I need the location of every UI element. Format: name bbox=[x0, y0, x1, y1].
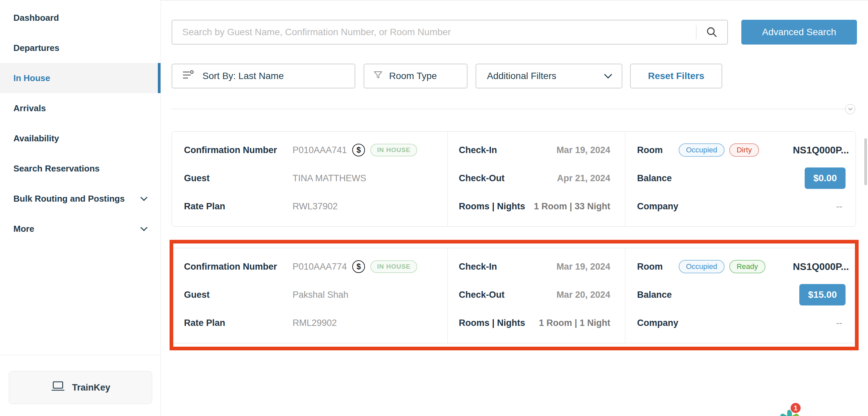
company-value: -- bbox=[836, 314, 842, 332]
reset-filters-label: Reset Filters bbox=[648, 71, 704, 82]
sidebar-item-label: Bulk Routing and Postings bbox=[13, 194, 125, 204]
trainkey-label: TrainKey bbox=[72, 383, 110, 393]
housekeeping-badge: Ready bbox=[729, 260, 766, 273]
balance-button[interactable]: $15.00 bbox=[799, 284, 845, 306]
company-value: -- bbox=[836, 197, 842, 215]
confirmation-number-label: Confirmation Number bbox=[184, 141, 277, 159]
room-badges: Occupied Ready bbox=[679, 258, 766, 276]
sort-by-button[interactable]: Sort By: Last Name bbox=[172, 64, 355, 89]
sidebar-item-in-house[interactable]: In House bbox=[0, 63, 160, 93]
notification-badge[interactable]: 1 bbox=[790, 402, 801, 414]
guest-label: Guest bbox=[184, 169, 210, 187]
sidebar-item-label: Search Reservations bbox=[13, 163, 99, 174]
check-in-label: Check-In bbox=[459, 258, 497, 276]
dollar-folio-icon[interactable]: $ bbox=[352, 144, 365, 156]
advanced-search-button[interactable]: Advanced Search bbox=[741, 20, 857, 44]
confirmation-number-value: P010AAA774 bbox=[292, 262, 347, 272]
confirmation-number-value: P010AAA741 bbox=[292, 145, 347, 155]
occupancy-badge: Occupied bbox=[679, 260, 724, 273]
room-badges: Occupied Dirty bbox=[679, 141, 759, 159]
sidebar-nav: Dashboard Departures In House Arrivals A… bbox=[0, 3, 160, 244]
company-label: Company bbox=[637, 197, 678, 215]
reset-filters-button[interactable]: Reset Filters bbox=[630, 64, 722, 89]
card-section-divider bbox=[625, 132, 625, 226]
sort-by-label: Sort By: Last Name bbox=[203, 71, 284, 82]
scrollbar-thumb[interactable] bbox=[864, 138, 867, 185]
rooms-nights-value: 1 Room | 1 Night bbox=[539, 314, 610, 332]
check-out-value: Apr 21, 2024 bbox=[557, 169, 610, 187]
rooms-nights-value: 1 Room | 33 Night bbox=[534, 197, 610, 215]
card-section-divider bbox=[447, 248, 448, 343]
balance-button[interactable]: $0.00 bbox=[805, 167, 845, 189]
rate-plan-label: Rate Plan bbox=[184, 197, 225, 215]
chevron-down-icon bbox=[141, 224, 148, 231]
chevron-down-icon bbox=[604, 70, 612, 78]
check-in-value: Mar 19, 2024 bbox=[556, 141, 610, 159]
status-badge: IN HOUSE bbox=[370, 144, 417, 156]
occupancy-badge: Occupied bbox=[679, 143, 724, 157]
search-box bbox=[172, 20, 728, 44]
room-label: Room bbox=[637, 141, 663, 159]
confirmation-number-group: P010AAA774 $ IN HOUSE bbox=[292, 258, 417, 276]
sidebar-divider bbox=[0, 355, 160, 355]
chevron-down-icon bbox=[141, 194, 148, 201]
check-in-label: Check-In bbox=[459, 141, 497, 159]
confirmation-number-label: Confirmation Number bbox=[184, 258, 277, 276]
guest-value: Pakshal Shah bbox=[292, 286, 348, 304]
collapse-toggle-button[interactable] bbox=[845, 104, 855, 114]
sidebar-item-more[interactable]: More bbox=[0, 214, 160, 244]
check-out-label: Check-Out bbox=[459, 286, 505, 304]
sidebar-item-label: Availability bbox=[13, 133, 59, 144]
card-section-divider bbox=[447, 132, 448, 226]
sidebar-item-label: Departures bbox=[13, 43, 59, 53]
sidebar-item-label: In House bbox=[13, 73, 50, 84]
check-in-value: Mar 19, 2024 bbox=[556, 258, 610, 276]
housekeeping-badge: Dirty bbox=[729, 143, 759, 157]
search-input[interactable] bbox=[172, 21, 696, 44]
balance-label: Balance bbox=[637, 169, 672, 187]
sidebar: Dashboard Departures In House Arrivals A… bbox=[0, 0, 161, 416]
reservation-card[interactable]: Confirmation Number Guest Rate Plan P010… bbox=[172, 131, 856, 227]
room-number: NS1Q000P... bbox=[793, 141, 849, 159]
company-label: Company bbox=[637, 314, 678, 332]
rate-plan-label: Rate Plan bbox=[184, 314, 225, 332]
card-section-divider bbox=[625, 248, 625, 343]
sidebar-item-search-reservations[interactable]: Search Reservations bbox=[0, 153, 160, 184]
sidebar-item-label: Dashboard bbox=[13, 13, 59, 23]
status-badge: IN HOUSE bbox=[370, 260, 417, 273]
reservation-card[interactable]: Confirmation Number Guest Rate Plan P010… bbox=[172, 248, 856, 343]
rooms-nights-label: Rooms | Nights bbox=[459, 197, 525, 215]
check-out-value: Mar 20, 2024 bbox=[556, 286, 610, 304]
trainkey-button[interactable]: TrainKey bbox=[9, 371, 152, 404]
results-divider bbox=[172, 109, 855, 109]
room-type-label: Room Type bbox=[389, 71, 437, 82]
guest-value: TINA MATTHEWS bbox=[292, 169, 366, 187]
rate-plan-value: RML29902 bbox=[292, 314, 337, 332]
guest-label: Guest bbox=[184, 286, 210, 304]
room-number: NS1Q000P... bbox=[793, 258, 849, 276]
sort-icon bbox=[182, 70, 195, 83]
search-icon[interactable] bbox=[696, 21, 727, 44]
rooms-nights-label: Rooms | Nights bbox=[459, 314, 525, 332]
rate-plan-value: RWL37902 bbox=[292, 197, 338, 215]
chevron-down-icon bbox=[848, 106, 852, 110]
sidebar-item-availability[interactable]: Availability bbox=[0, 123, 160, 153]
sidebar-item-arrivals[interactable]: Arrivals bbox=[0, 93, 160, 123]
confirmation-number-group: P010AAA741 $ IN HOUSE bbox=[292, 141, 417, 159]
additional-filters-label: Additional Filters bbox=[487, 71, 556, 82]
dollar-folio-icon[interactable]: $ bbox=[352, 260, 365, 273]
room-type-button[interactable]: Room Type bbox=[364, 64, 467, 89]
check-out-label: Check-Out bbox=[459, 169, 505, 187]
sidebar-item-departures[interactable]: Departures bbox=[0, 33, 160, 63]
room-label: Room bbox=[637, 258, 663, 276]
sidebar-item-bulk-routing[interactable]: Bulk Routing and Postings bbox=[0, 184, 160, 214]
additional-filters-button[interactable]: Additional Filters bbox=[475, 64, 622, 89]
sidebar-item-label: Arrivals bbox=[13, 103, 46, 114]
sidebar-item-dashboard[interactable]: Dashboard bbox=[0, 3, 160, 33]
balance-label: Balance bbox=[637, 286, 672, 304]
sidebar-item-label: More bbox=[13, 224, 34, 234]
laptop-icon bbox=[51, 381, 65, 394]
filter-funnel-icon bbox=[373, 70, 383, 83]
